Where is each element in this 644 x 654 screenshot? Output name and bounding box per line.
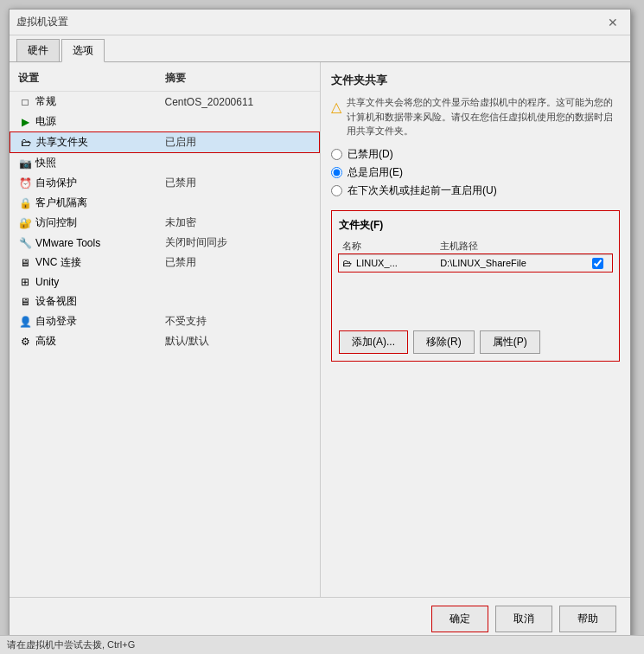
folder-row-icon: 🗁	[342, 258, 352, 268]
col-host-path: 主机路径	[437, 238, 583, 255]
content-area: 设置 摘要 □ 常规 CentOS_20200611 ▶ 电源	[10, 62, 630, 597]
access-control-icon: 🔐	[18, 216, 32, 230]
title-bar: 虚拟机设置 ✕	[10, 10, 630, 35]
setting-item-vnc-connection[interactable]: 🖥 VNC 连接 已禁用	[10, 253, 320, 272]
vmware-tools-icon: 🔧	[18, 236, 32, 250]
folder-enabled-checkbox[interactable]	[592, 258, 603, 269]
status-text: 请在虚拟机中尝试去拨, Ctrl+G	[7, 638, 135, 651]
radio-group: 已禁用(D) 总是启用(E) 在下次关机或挂起前一直启用(U)	[331, 147, 620, 198]
panel-header: 设置 摘要	[10, 69, 320, 92]
setting-value-vnc: 已禁用	[165, 255, 312, 270]
radio-always[interactable]: 总是启用(E)	[331, 165, 620, 180]
properties-button[interactable]: 属性(P)	[480, 330, 540, 354]
folder-name: LINUX_...	[356, 258, 398, 268]
folder-table: 名称 主机路径 🗁 LINUX_... D:\LINUX_ShareFile	[339, 238, 612, 272]
setting-value-auto-protect: 已禁用	[165, 176, 312, 190]
setting-label-vnc: VNC 连接	[35, 255, 81, 270]
advanced-icon: ⚙	[18, 335, 32, 349]
setting-label-advanced: 高级	[35, 334, 56, 349]
setting-value-access-control: 未加密	[165, 215, 312, 230]
close-button[interactable]: ✕	[603, 14, 623, 31]
col-setting: 设置	[18, 71, 165, 86]
col-name: 名称	[339, 238, 437, 255]
ok-button[interactable]: 确定	[431, 606, 488, 632]
setting-label-power: 电源	[35, 114, 56, 129]
warning-text: 共享文件夹会将您的文件显示给虚拟机中的程序。这可能为您的计算机和数据带来风险。请…	[347, 95, 620, 138]
setting-label-device-view: 设备视图	[35, 294, 77, 309]
dialog-window: 虚拟机设置 ✕ 硬件 选项 设置 摘要 □ 常规 CentOS_20200611	[9, 9, 631, 640]
setting-label-auto-protect: 自动保护	[35, 176, 77, 190]
setting-item-shared-folder[interactable]: 🗁 共享文件夹 已启用	[10, 131, 320, 153]
setting-value-auto-login: 不受支持	[165, 314, 312, 329]
guest-isolation-icon: 🔒	[18, 196, 32, 210]
setting-item-device-view[interactable]: 🖥 设备视图	[10, 292, 320, 311]
col-summary: 摘要	[165, 71, 312, 86]
setting-item-power[interactable]: ▶ 电源	[10, 112, 320, 131]
setting-value-vmware-tools: 关闭时间同步	[165, 235, 312, 250]
setting-label-vmware-tools: VMware Tools	[35, 237, 100, 249]
section-title: 文件夹共享	[331, 73, 620, 88]
setting-label-unity: Unity	[35, 276, 59, 288]
setting-value-advanced: 默认/默认	[165, 334, 312, 349]
radio-always-label: 总是启用(E)	[348, 165, 403, 180]
setting-value-general: CentOS_20200611	[165, 96, 312, 108]
radio-disabled-label: 已禁用(D)	[348, 147, 393, 162]
radio-until-poweroff-label: 在下次关机或挂起前一直启用(U)	[348, 183, 497, 198]
left-panel: 设置 摘要 □ 常规 CentOS_20200611 ▶ 电源	[10, 62, 321, 597]
folder-section: 文件夹(F) 名称 主机路径 🗁 LINUX_...	[331, 210, 620, 362]
folder-name-cell: 🗁 LINUX_...	[339, 254, 437, 272]
power-icon: ▶	[18, 115, 32, 129]
folder-actions: 添加(A)... 移除(R) 属性(P)	[339, 330, 612, 354]
general-icon: □	[18, 95, 32, 109]
bottom-bar: 确定 取消 帮助	[10, 597, 630, 640]
setting-item-vmware-tools[interactable]: 🔧 VMware Tools 关闭时间同步	[10, 233, 320, 253]
radio-disabled[interactable]: 已禁用(D)	[331, 147, 620, 162]
warning-box: △ 共享文件夹会将您的文件显示给虚拟机中的程序。这可能为您的计算机和数据带来风险…	[331, 95, 620, 138]
device-view-icon: 🖥	[18, 295, 32, 309]
folder-section-title: 文件夹(F)	[339, 218, 612, 233]
shared-folder-icon: 🗁	[19, 136, 33, 150]
status-bar: 请在虚拟机中尝试去拨, Ctrl+G	[0, 635, 644, 654]
setting-item-access-control[interactable]: 🔐 访问控制 未加密	[10, 213, 320, 233]
unity-icon: ⊞	[18, 275, 32, 289]
window-title: 虚拟机设置	[16, 15, 68, 29]
auto-protect-icon: ⏰	[18, 176, 32, 190]
setting-item-snapshot[interactable]: 📷 快照	[10, 153, 320, 173]
auto-login-icon: 👤	[18, 315, 32, 329]
warning-icon: △	[331, 97, 341, 138]
table-row[interactable]: 🗁 LINUX_... D:\LINUX_ShareFile	[339, 254, 612, 272]
radio-always-input[interactable]	[331, 167, 342, 178]
radio-disabled-input[interactable]	[331, 149, 342, 160]
right-panel: 文件夹共享 △ 共享文件夹会将您的文件显示给虚拟机中的程序。这可能为您的计算机和…	[321, 62, 630, 597]
setting-label-shared-folder: 共享文件夹	[36, 135, 88, 150]
radio-until-poweroff-input[interactable]	[331, 185, 342, 196]
remove-button[interactable]: 移除(R)	[413, 330, 475, 354]
tab-bar: 硬件 选项	[10, 35, 630, 62]
vnc-icon: 🖥	[18, 256, 32, 270]
setting-label-access-control: 访问控制	[35, 215, 77, 230]
setting-item-auto-protect[interactable]: ⏰ 自动保护 已禁用	[10, 173, 320, 193]
col-enabled	[583, 238, 612, 255]
setting-value-shared-folder: 已启用	[165, 135, 311, 150]
setting-label-general: 常规	[35, 94, 56, 109]
setting-label-snapshot: 快照	[35, 156, 56, 170]
folder-enabled-cell	[583, 254, 612, 272]
snapshot-icon: 📷	[18, 157, 32, 170]
folder-path-cell: D:\LINUX_ShareFile	[437, 254, 583, 272]
setting-item-unity[interactable]: ⊞ Unity	[10, 272, 320, 292]
setting-item-general[interactable]: □ 常规 CentOS_20200611	[10, 92, 320, 112]
tab-hardware[interactable]: 硬件	[16, 39, 60, 61]
tab-options[interactable]: 选项	[61, 39, 105, 62]
setting-item-advanced[interactable]: ⚙ 高级 默认/默认	[10, 331, 320, 351]
setting-item-auto-login[interactable]: 👤 自动登录 不受支持	[10, 311, 320, 331]
add-button[interactable]: 添加(A)...	[339, 330, 408, 354]
setting-item-guest-isolation[interactable]: 🔒 客户机隔离	[10, 193, 320, 213]
help-button[interactable]: 帮助	[559, 606, 616, 632]
setting-label-guest-isolation: 客户机隔离	[35, 196, 87, 210]
radio-until-poweroff[interactable]: 在下次关机或挂起前一直启用(U)	[331, 183, 620, 198]
setting-label-auto-login: 自动登录	[35, 314, 77, 329]
cancel-button[interactable]: 取消	[495, 606, 552, 632]
